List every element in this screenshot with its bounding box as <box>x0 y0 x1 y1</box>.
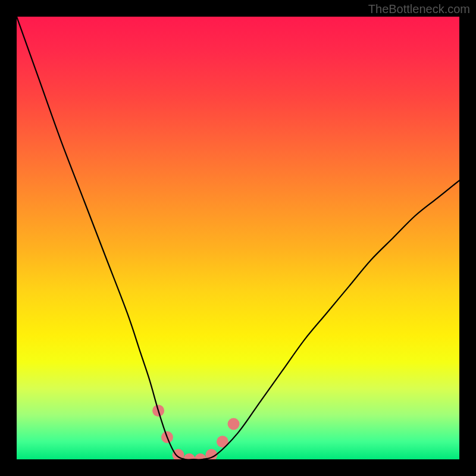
chart-marker <box>161 431 173 443</box>
chart-markers <box>152 405 239 459</box>
chart-marker <box>173 449 184 459</box>
chart-marker <box>228 418 240 430</box>
watermark-text: TheBottleneck.com <box>368 2 470 16</box>
bottleneck-curve <box>17 17 459 459</box>
chart-marker <box>183 453 195 459</box>
chart-marker <box>195 453 206 459</box>
chart-marker <box>217 436 228 447</box>
chart-marker <box>152 405 164 416</box>
chart-plot-area <box>17 17 459 459</box>
chart-svg <box>17 17 459 459</box>
chart-marker <box>205 449 217 459</box>
